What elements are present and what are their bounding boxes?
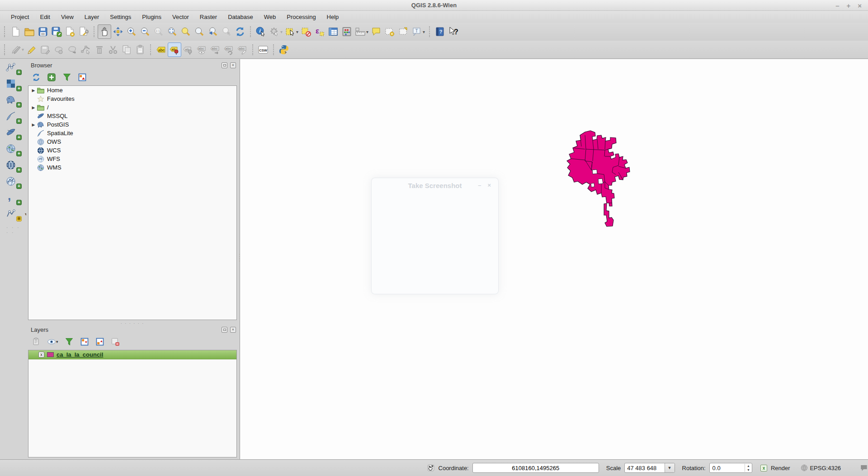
panel-splitter-handle[interactable]: · · · · · · bbox=[26, 321, 239, 325]
browser-item-mssql[interactable]: MSSQL bbox=[28, 112, 236, 120]
expand-arrow-icon[interactable]: ▶ bbox=[30, 105, 37, 110]
text-annotation-button[interactable]: T bbox=[410, 24, 424, 39]
layer-labeling-button[interactable]: abc bbox=[154, 42, 168, 57]
layer-name[interactable]: ca_la_la_council bbox=[57, 351, 103, 358]
map-tips-button[interactable] bbox=[369, 24, 383, 39]
expand-arrow-icon[interactable]: ▶ bbox=[30, 123, 37, 127]
pan-map-button[interactable] bbox=[98, 24, 111, 39]
paste-features-button[interactable] bbox=[133, 42, 147, 57]
browser-item-home[interactable]: ▶ Home bbox=[28, 86, 236, 94]
zoom-full-button[interactable] bbox=[165, 24, 179, 39]
add-mssql-layer-button[interactable]: + bbox=[5, 126, 21, 139]
crs-globe-icon[interactable] bbox=[800, 464, 808, 472]
close-icon[interactable]: × bbox=[858, 2, 862, 9]
coordinate-field[interactable] bbox=[472, 463, 599, 473]
rotation-spinbox[interactable]: 0.0 ▲▼ bbox=[709, 463, 752, 473]
browser-item-postgis[interactable]: ▶ PostGIS bbox=[28, 120, 236, 129]
new-project-button[interactable] bbox=[9, 24, 23, 39]
open-project-button[interactable] bbox=[23, 24, 36, 39]
expand-all-icon[interactable] bbox=[80, 337, 89, 346]
pin-unpin-labels-button[interactable]: ab bbox=[168, 42, 181, 57]
pan-to-selection-button[interactable] bbox=[111, 24, 125, 39]
cut-features-button[interactable] bbox=[106, 42, 120, 57]
add-feature-button[interactable] bbox=[52, 42, 66, 57]
add-spatialite-layer-button[interactable]: + bbox=[5, 109, 21, 123]
browser-item-ows[interactable]: OWS bbox=[28, 137, 236, 146]
toolbar-drag-handle[interactable] bbox=[4, 26, 6, 37]
refresh-browser-icon[interactable] bbox=[32, 73, 41, 82]
log-messages-icon[interactable] bbox=[860, 464, 868, 472]
rotation-value[interactable]: 0.0 bbox=[712, 465, 745, 471]
coordinate-input[interactable] bbox=[473, 463, 599, 472]
toolbar-drag-dots[interactable]: · · · · · bbox=[6, 225, 25, 235]
layer-row[interactable]: x ca_la_la_council bbox=[28, 350, 236, 359]
filter-legend-icon[interactable] bbox=[65, 337, 74, 346]
refresh-map-button[interactable] bbox=[233, 24, 247, 39]
map-canvas[interactable]: Take Screenshot – × bbox=[240, 59, 868, 459]
add-postgis-layer-button[interactable]: + bbox=[5, 93, 21, 107]
toolbar-drag-handle[interactable] bbox=[4, 44, 6, 55]
node-tool-button[interactable] bbox=[79, 42, 93, 57]
field-calculator-button[interactable] bbox=[340, 24, 354, 39]
minimize-icon[interactable]: – bbox=[835, 2, 839, 9]
add-delimited-text-layer-button[interactable]: , + bbox=[5, 191, 21, 204]
move-label-button[interactable]: abc bbox=[208, 42, 222, 57]
zoom-out-button[interactable] bbox=[138, 24, 152, 39]
annotation-dropdown-icon[interactable]: ▾ bbox=[423, 29, 425, 34]
zoom-in-button[interactable] bbox=[125, 24, 138, 39]
new-print-composer-button[interactable] bbox=[63, 24, 77, 39]
new-shapefile-layer-button[interactable]: ✱ ▾ bbox=[5, 207, 21, 221]
help-contents-button[interactable]: ? bbox=[433, 24, 447, 39]
add-selected-layers-icon[interactable] bbox=[47, 73, 56, 82]
zoom-next-button[interactable] bbox=[220, 24, 233, 39]
save-project-as-button[interactable] bbox=[50, 24, 63, 39]
rotation-up-icon[interactable]: ▲ bbox=[747, 464, 750, 468]
canvas-splitter-handle[interactable]: ···· bbox=[238, 253, 241, 265]
select-dropdown-icon[interactable]: ▾ bbox=[296, 29, 298, 34]
save-layer-edits-button[interactable] bbox=[38, 42, 52, 57]
copy-features-button[interactable] bbox=[120, 42, 133, 57]
menu-web[interactable]: Web bbox=[259, 12, 282, 22]
menu-vector[interactable]: Vector bbox=[167, 12, 194, 22]
close-panel-icon[interactable]: × bbox=[230, 327, 236, 333]
zoom-to-layer-button[interactable] bbox=[193, 24, 206, 39]
maximize-icon[interactable]: + bbox=[846, 2, 850, 9]
menu-raster[interactable]: Raster bbox=[194, 12, 222, 22]
browser-item-wfs[interactable]: WFS bbox=[28, 155, 236, 163]
whats-this-button[interactable]: ? bbox=[447, 24, 460, 39]
menu-view[interactable]: View bbox=[56, 12, 79, 22]
render-checkbox[interactable]: x bbox=[760, 465, 767, 471]
rotation-down-icon[interactable]: ▼ bbox=[747, 468, 750, 472]
zoom-last-button[interactable] bbox=[206, 24, 220, 39]
add-group-icon[interactable] bbox=[32, 337, 41, 346]
select-by-expression-button[interactable]: ε bbox=[313, 24, 326, 39]
toggle-editing-button[interactable] bbox=[25, 42, 38, 57]
browser-item-wcs[interactable]: WCS bbox=[28, 146, 236, 155]
delete-selected-button[interactable] bbox=[93, 42, 106, 57]
collapse-all-icon[interactable] bbox=[95, 337, 104, 346]
metasearch-csw-button[interactable]: CSW bbox=[256, 42, 270, 57]
coordinate-extent-toggle-icon[interactable] bbox=[427, 464, 435, 472]
zoom-actual-size-button[interactable]: 1:1 bbox=[152, 24, 165, 39]
menu-database[interactable]: Database bbox=[222, 12, 259, 22]
menu-help[interactable]: Help bbox=[321, 12, 344, 22]
menu-edit[interactable]: Edit bbox=[34, 12, 55, 22]
browser-item-spatialite[interactable]: SpatiaLite bbox=[28, 129, 236, 137]
measure-button[interactable] bbox=[354, 24, 367, 39]
add-raster-layer-button[interactable]: + bbox=[5, 77, 21, 90]
collapse-all-icon[interactable] bbox=[78, 73, 87, 82]
float-panel-icon[interactable] bbox=[222, 62, 227, 68]
menu-settings[interactable]: Settings bbox=[104, 12, 137, 22]
add-vector-layer-button[interactable]: + bbox=[5, 61, 21, 74]
select-features-button[interactable] bbox=[283, 24, 297, 39]
measure-dropdown-icon[interactable]: ▾ bbox=[366, 29, 368, 34]
layer-checkbox[interactable]: x bbox=[38, 352, 44, 358]
rotate-label-button[interactable]: abc bbox=[222, 42, 236, 57]
move-feature-button[interactable] bbox=[66, 42, 79, 57]
filter-browser-icon[interactable] bbox=[62, 73, 71, 82]
scale-combobox[interactable]: 47 483 648 ▼ bbox=[624, 463, 675, 473]
browser-item-favourites[interactable]: Favourites bbox=[28, 94, 236, 103]
identify-features-button[interactable]: i bbox=[254, 24, 268, 39]
add-wcs-layer-button[interactable]: + bbox=[5, 158, 21, 172]
expand-arrow-icon[interactable]: ▶ bbox=[30, 88, 37, 93]
